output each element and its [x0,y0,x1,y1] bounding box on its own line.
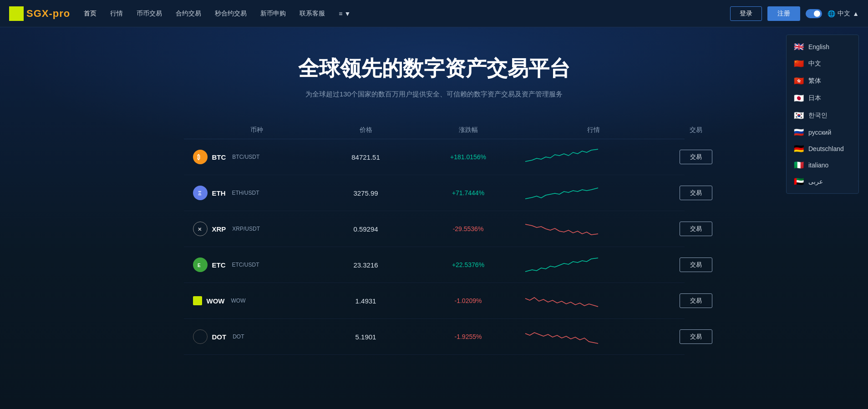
navbar: SGX-pro 首页 行情 币币交易 合约交易 秒合约交易 新币申购 联系客服 … [0,0,868,27]
coin-name-etc: ETC [212,261,226,269]
coin-cell-btc: ₿ BTC BTC/USDT [193,150,320,164]
theme-toggle[interactable] [806,9,822,18]
lang-ar[interactable]: 🇦🇪 عربى [787,173,858,190]
logo-text: SGX-pro [26,8,70,20]
col-coin: 币种 [193,126,320,134]
flag-ko: 🇰🇷 [794,112,804,119]
change-dot: -1.9255% [411,333,525,340]
trade-cell-xrp: 交易 [662,222,730,236]
coin-pair-eth: ETH/USDT [232,190,259,196]
price-btc: 84721.51 [320,153,411,161]
col-trade: 交易 [662,126,730,134]
hero-subtitle: 为全球超过130个国家的数百万用户提供安全、可信赖的数字资产交易及资产管理服务 [9,90,859,99]
trade-btn-dot[interactable]: 交易 [680,329,712,344]
nav-more[interactable]: ≡ ▼ [339,10,350,17]
coin-pair-btc: BTC/USDT [232,154,259,160]
lang-it[interactable]: 🇮🇹 italiano [787,157,858,173]
chart-wow [525,289,662,312]
coin-pair-dot: DOT [233,333,244,340]
coin-cell-eth: Ξ ETH ETH/USDT [193,186,320,200]
col-change: 涨跌幅 [411,126,525,134]
nav-support[interactable]: 联系客服 [299,10,325,18]
flag-tw: 🇭🇰 [794,77,804,85]
lang-ko-label: 한국인 [808,111,827,120]
lang-zh-label: 中文 [808,60,821,68]
coin-icon-dot [193,329,208,344]
chart-etc [525,253,662,276]
logo-square [9,6,24,21]
login-button[interactable]: 登录 [730,6,762,21]
coin-pair-etc: ETC/USDT [232,262,259,268]
lang-ar-label: عربى [808,178,823,185]
change-wow: -1.0209% [411,297,525,304]
change-eth: +71.7444% [411,189,525,197]
coin-name-xrp: XRP [212,225,226,233]
trade-btn-wow[interactable]: 交易 [680,293,712,308]
price-eth: 3275.99 [320,189,411,197]
col-market: 行情 [525,126,662,134]
flag-ru: 🇷🇺 [794,129,804,136]
lang-ja[interactable]: 🇯🇵 日本 [787,90,858,107]
table-header: 币种 价格 涨跌幅 行情 交易 [184,121,685,139]
flag-it: 🇮🇹 [794,162,804,169]
globe-icon: 🌐 [827,10,835,17]
coin-name-dot: DOT [212,333,227,341]
lang-en-label: English [808,43,829,50]
lang-tw[interactable]: 🇭🇰 繁体 [787,72,858,90]
coin-pair-wow: WOW [231,298,245,304]
table-row: ₿ BTC BTC/USDT 84721.51 +181.0156% 交易 [184,139,685,175]
trade-btn-etc[interactable]: 交易 [680,258,712,272]
register-button[interactable]: 注册 [767,6,800,21]
lang-ru-label: русский [808,129,831,136]
nav-ipo[interactable]: 新币申购 [260,10,286,18]
coin-icon-btc: ₿ [193,150,208,164]
coin-name-eth: ETH [212,189,226,197]
lang-en[interactable]: 🇬🇧 English [787,39,858,55]
trade-cell-dot: 交易 [662,329,730,344]
lang-label: 中文 [838,10,850,18]
nav-spot[interactable]: 币币交易 [137,10,162,18]
lang-de[interactable]: 🇩🇪 Deutschland [787,141,858,157]
coin-cell-xrp: ✕ XRP XRP/USDT [193,222,320,236]
lang-ru[interactable]: 🇷🇺 русский [787,124,858,141]
language-selector[interactable]: 🌐 中文 ▲ 🇬🇧 English 🇨🇳 中文 🇭🇰 繁体 🇯🇵 [827,10,859,18]
logo[interactable]: SGX-pro [9,6,70,21]
coin-cell-wow: WOW WOW [193,296,320,305]
chart-dot [525,325,662,348]
coin-cell-dot: DOT DOT [193,329,320,344]
hero-section: 全球领先的数字资产交易平台 为全球超过130个国家的数百万用户提供安全、可信赖的… [0,27,868,409]
price-etc: 23.3216 [320,261,411,269]
nav-quick[interactable]: 秒合约交易 [215,10,247,18]
market-table: 币种 价格 涨跌幅 行情 交易 ₿ BTC BTC/USDT 84721.51 … [184,121,685,355]
nav-market[interactable]: 行情 [110,10,123,18]
table-row: E ETC ETC/USDT 23.3216 +22.5376% 交易 [184,247,685,283]
price-wow: 1.4931 [320,297,411,305]
more-arrow: ▼ [344,10,350,17]
trade-cell-wow: 交易 [662,293,730,308]
nav-links: 首页 行情 币币交易 合约交易 秒合约交易 新币申购 联系客服 ≡ ▼ [84,10,730,18]
flag-zh: 🇨🇳 [794,60,804,67]
coin-icon-eth: Ξ [193,186,208,200]
lang-it-label: italiano [808,162,828,169]
coin-name-wow: WOW [207,297,225,305]
trade-cell-btc: 交易 [662,150,730,164]
lang-zh[interactable]: 🇨🇳 中文 [787,55,858,72]
svg-text:₿: ₿ [197,154,200,161]
trade-btn-btc[interactable]: 交易 [680,150,712,164]
chart-xrp [525,217,662,240]
coin-cell-etc: E ETC ETC/USDT [193,258,320,272]
trade-btn-xrp[interactable]: 交易 [680,222,712,236]
nav-home[interactable]: 首页 [84,10,96,18]
nav-futures[interactable]: 合约交易 [176,10,201,18]
flag-ar: 🇦🇪 [794,178,804,185]
trade-btn-eth[interactable]: 交易 [680,186,712,200]
language-dropdown: 🇬🇧 English 🇨🇳 中文 🇭🇰 繁体 🇯🇵 日本 🇰🇷 [786,35,859,194]
lang-ko[interactable]: 🇰🇷 한국인 [787,107,858,124]
table-row: Ξ ETH ETH/USDT 3275.99 +71.7444% 交易 [184,175,685,211]
menu-icon: ≡ [339,10,342,17]
nav-right: 登录 注册 🌐 中文 ▲ 🇬🇧 English 🇨🇳 中文 🇭🇰 繁体 [730,6,859,21]
svg-text:E: E [198,263,201,268]
chart-eth [525,182,662,204]
trade-cell-eth: 交易 [662,186,730,200]
coin-name-btc: BTC [212,153,226,161]
